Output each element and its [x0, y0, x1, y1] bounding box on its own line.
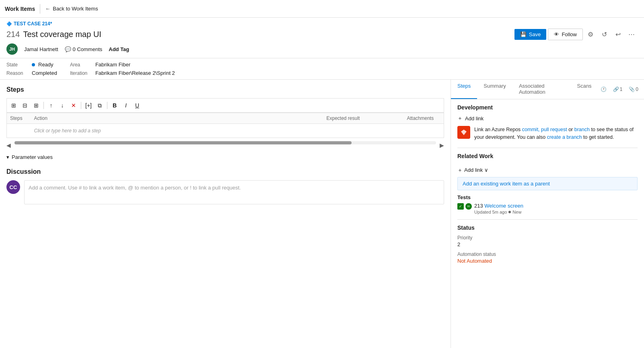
test-avatar-icon: in	[465, 203, 472, 210]
save-button[interactable]: 💾 Save	[514, 29, 547, 40]
tab-summary[interactable]: Summary	[477, 80, 512, 99]
scroll-right-button[interactable]: ▶	[440, 142, 444, 148]
avatar: JH	[6, 43, 18, 55]
priority-label: Priority	[457, 235, 638, 241]
item-title[interactable]: Test coverage map UI	[23, 30, 101, 39]
steps-toolbar: ⊞ ⊟ ⊞ ↑ ↓ ✕ [+] ⧉ B I U	[6, 98, 444, 113]
automation-status-value[interactable]: Not Automated	[457, 258, 638, 264]
follow-button[interactable]: 👁 Follow	[548, 29, 583, 40]
comments-link[interactable]: 💬 0 Comments	[65, 46, 103, 52]
test-item-meta: Updated 5m ago New	[474, 210, 523, 214]
state-label: State	[6, 62, 29, 68]
chevron-down-icon-2: ∨	[484, 167, 488, 173]
add-tag-button[interactable]: Add Tag	[109, 46, 129, 52]
iteration-label: Iteration	[70, 70, 92, 76]
field-group-right: Area Fabrikam Fiber Iteration Fabrikam F…	[70, 62, 175, 76]
more-options-button[interactable]: ⋯	[625, 28, 638, 40]
automation-status-label: Automation status	[457, 251, 638, 257]
steps-section-title: Steps	[6, 86, 444, 93]
add-step-action-button[interactable]: ⊟	[20, 100, 30, 111]
empty-step-text[interactable]: Click or type here to add a step	[31, 124, 444, 138]
area-label: Area	[70, 62, 92, 68]
dev-add-link[interactable]: ＋ Add link	[457, 115, 638, 122]
status-title: Status	[457, 224, 638, 231]
header-area: 🔷 TEST CASE 214* 214 Test coverage map U…	[0, 18, 644, 58]
copy-button[interactable]: ⧉	[95, 100, 105, 111]
link-icon: 🔗	[613, 86, 619, 92]
comment-input[interactable]: Add a comment. Use # to link a work item…	[24, 180, 444, 204]
pull-request-link[interactable]: pull request	[541, 127, 567, 132]
test-item-link[interactable]: Welcome screen	[484, 203, 523, 209]
fields-row: State Ready Reason Completed Area Fabrik…	[0, 58, 644, 80]
reason-value[interactable]: Completed	[32, 70, 57, 76]
add-existing-parent-button[interactable]: Add an existing work item as a parent	[457, 177, 638, 190]
italic-button[interactable]: I	[121, 100, 131, 111]
links-button[interactable]: 🔗 1	[611, 85, 625, 94]
divider-2	[457, 219, 638, 220]
top-bar: Work Items ← Back to Work Items	[0, 0, 644, 18]
main-layout: Steps ⊞ ⊟ ⊞ ↑ ↓ ✕ [+] ⧉ B I U Steps Acti…	[0, 80, 644, 348]
back-to-workitems[interactable]: ← Back to Work Items	[45, 6, 98, 12]
item-number: 214	[6, 30, 20, 39]
history-button[interactable]: 🕐	[598, 85, 609, 94]
empty-step-num	[7, 124, 31, 138]
reason-label: Reason	[6, 70, 29, 76]
toolbar-separator-3	[107, 102, 107, 109]
priority-value[interactable]: 2	[457, 241, 638, 247]
col-steps: Steps	[7, 113, 31, 124]
settings-button[interactable]: ⚙	[584, 28, 597, 40]
right-content: Development ＋ Add link Link an Azure Rep…	[451, 99, 644, 273]
add-step-button[interactable]: ⊞	[8, 100, 19, 111]
parameter-values[interactable]: ▾ Parameter values	[6, 152, 444, 162]
workitems-title: Work Items	[5, 6, 35, 12]
area-field: Area Fabrikam Fiber	[70, 62, 175, 68]
attachments-button[interactable]: 📎 0	[626, 85, 641, 94]
plus-icon-2: ＋	[457, 167, 463, 174]
steps-table: Steps Action Expected result Attachments…	[6, 113, 444, 138]
tab-steps[interactable]: Steps	[451, 80, 477, 99]
move-down-button[interactable]: ↓	[57, 100, 68, 111]
col-action: Action	[31, 113, 323, 124]
automation-status-field: Automation status Not Automated	[457, 251, 638, 264]
refresh-button[interactable]: ↺	[598, 28, 610, 40]
test-case-icon: 🔷	[6, 21, 12, 27]
related-work-add-link[interactable]: ＋ Add link ∨	[457, 167, 638, 174]
insert-step-button[interactable]: ⊞	[31, 100, 41, 111]
back-arrow-icon: ←	[45, 6, 50, 12]
state-field: State Ready	[6, 62, 57, 68]
empty-step-row[interactable]: Click or type here to add a step	[7, 124, 444, 138]
col-attachments: Attachments	[404, 113, 444, 124]
branch-link[interactable]: branch	[574, 127, 590, 132]
attachments-count: 0	[636, 86, 638, 92]
scroll-left-button[interactable]: ◀	[6, 142, 11, 148]
create-branch-link[interactable]: create a branch	[547, 134, 582, 140]
development-title: Development	[457, 104, 638, 111]
move-up-button[interactable]: ↑	[46, 100, 56, 111]
comment-placeholder: Add a comment. Use # to link a work item…	[29, 185, 241, 191]
test-item-row: ✓ in 213 Welcome screen Updated 5m ago N…	[457, 203, 638, 214]
scroll-thumb[interactable]	[14, 141, 352, 144]
state-value[interactable]: Ready	[38, 62, 53, 68]
iteration-field: Iteration Fabrikam Fiber\Release 2\Sprin…	[70, 70, 175, 76]
left-panel: Steps ⊞ ⊟ ⊞ ↑ ↓ ✕ [+] ⧉ B I U Steps Acti…	[0, 80, 451, 348]
tabs-row: Steps Summary Associated Automation Scan…	[451, 80, 644, 99]
horizontal-scroll-area: ◀ ▶	[6, 141, 444, 149]
tab-actions: 🕐 🔗 1 📎 0	[598, 80, 644, 99]
tab-associated-automation[interactable]: Associated Automation	[512, 80, 571, 99]
related-work-title: Related Work	[457, 153, 493, 159]
comment-icon: 💬	[65, 46, 71, 52]
underline-button[interactable]: U	[132, 100, 142, 111]
assignee-name: Jamal Hartnett	[24, 46, 58, 52]
toolbar-separator-2	[81, 102, 81, 109]
scroll-track[interactable]	[14, 141, 436, 144]
commit-link[interactable]: commit,	[522, 127, 540, 132]
area-value[interactable]: Fabrikam Fiber	[95, 62, 130, 68]
undo-button[interactable]: ↩	[612, 28, 624, 40]
bold-button[interactable]: B	[109, 100, 120, 111]
tab-scans[interactable]: Scans	[570, 80, 598, 99]
insert-shared-steps-button[interactable]: [+]	[83, 100, 94, 111]
related-work-header: Related Work	[457, 153, 638, 163]
iteration-value[interactable]: Fabrikam Fiber\Release 2\Sprint 2	[95, 70, 175, 76]
discussion-title: Discussion	[6, 168, 444, 175]
delete-step-button[interactable]: ✕	[68, 100, 79, 111]
